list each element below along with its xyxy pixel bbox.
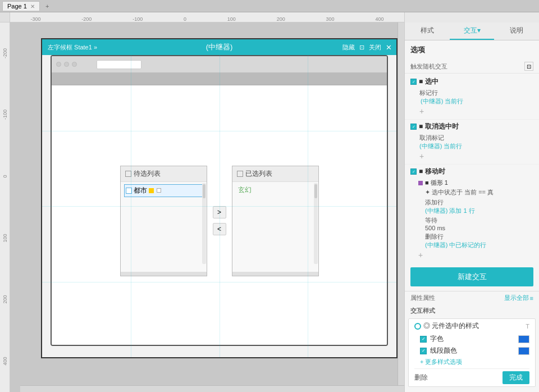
source-hscroll[interactable] [121,272,207,276]
browser-chrome [52,56,387,73]
line-color-label: 线段颜色 [430,346,515,355]
close-icon[interactable]: ✕ [386,43,392,52]
add-row-action: 添加行 (中继器) 添加 1 行 [418,198,533,215]
checkbox-deselect[interactable]: ✓ [410,124,417,130]
section-options: 选项 [405,40,539,61]
mark-row-indent: 标记行 (中继器) 当前行 [410,89,533,106]
transfer-right-btn[interactable]: > [213,206,226,218]
deselect-label-text: ■ 取消选中时 [419,122,459,131]
select-plus[interactable]: + [410,107,533,116]
move-label-text: ■ 移动时 [419,167,445,176]
attr-label: 属性属性 [410,294,435,302]
source-header-checkbox[interactable] [125,171,131,177]
complete-btn[interactable]: 完成 [503,371,529,384]
show-all-btn[interactable]: 显示全部 ≡ [504,294,533,302]
on-deselect-section: ✓ ■ 取消选中时 取消标记 (中继器) 当前行 + [405,119,539,164]
disabled-styles-section: ◎ 元件禁用的样式 [408,389,536,392]
source-item-handle[interactable] [157,188,161,193]
source-item-text: 都市 [134,186,147,195]
dest-hscroll[interactable] [232,272,318,276]
selected-styles-header: ◎ 元件选中的样式 T [414,321,529,331]
dest-item-1[interactable]: 玄幻 [236,184,315,196]
add-page-tab[interactable]: + [41,2,53,11]
source-item-badge [149,188,154,193]
page-tab[interactable]: Page 1 ✕ [2,1,40,11]
right-panel-content: 选项 触发随机交互 ⊡ ✓ ■ 选中 标记行 [405,40,539,392]
unmark-value: (中继器) 当前行 [419,142,533,151]
more-styles-link[interactable]: + 更多样式选项 [414,358,529,366]
condition-sub-row: ✦ 选中状态于 当前 == 真 [418,188,533,197]
browser-navbar [52,73,387,85]
delete-row-action: 删除行 (中继器) 中已标记的行 [418,233,533,249]
dest-panel-body: 玄幻 [232,182,318,272]
browser-dot-2 [64,62,69,67]
browser-addressbar [97,60,141,69]
tab-style[interactable]: 样式 [405,22,450,40]
line-color-row: ✓ 线段颜色 [414,346,529,355]
deselect-plus[interactable]: + [410,152,533,161]
canvas-hscroll[interactable] [20,385,404,392]
tab-notes[interactable]: 说明 [494,22,539,40]
line-color-swatch[interactable] [518,347,529,355]
dest-item-text: 玄幻 [238,186,252,194]
dest-header-checkbox[interactable] [237,171,243,177]
source-panel-title: 待选列表 [134,169,161,179]
page-tab-close[interactable]: ✕ [30,3,35,10]
ruler-horizontal: -300 -200 -100 0 100 200 300 400 [10,12,404,22]
source-panel: 待选列表 都市 [120,166,207,276]
ruler-corner [0,12,10,22]
trigger-row: 触发随机交互 ⊡ [405,61,539,74]
transfer-list: 待选列表 都市 [120,166,319,276]
trigger-icon-btn[interactable]: ⊡ [524,62,533,71]
add-row-label: 添加行 [425,198,533,207]
canvas-area: 左字候框 State1 » (中继器) 隐藏 ⊡ 关闭 ✕ [10,22,404,392]
close-button[interactable]: 关闭 [369,43,381,52]
ruler-vertical: -200 -100 0 100 200 400 [0,22,10,392]
font-color-swatch[interactable] [518,335,529,343]
trigger-label: 触发随机交互 [410,62,447,71]
checkbox-move[interactable]: ✓ [410,168,417,175]
move-plus[interactable]: + [410,250,533,259]
mark-row-label: 标记行 [419,89,533,97]
browser-content: 待选列表 都市 [52,85,387,345]
dest-scrollbar[interactable] [314,183,318,264]
browser-frame: 待选列表 都市 [51,55,388,346]
delete-row-value: (中继器) 中已标记的行 [425,241,533,249]
delete-complete-row: 删除 完成 [414,368,529,384]
new-interaction-btn[interactable]: 新建交互 [410,267,533,286]
source-item-selected[interactable]: 都市 [124,184,203,197]
source-panel-header: 待选列表 [121,166,207,182]
selected-styles-title: ◎ 元件选中的样式 [423,321,523,331]
font-color-row: ✓ 字色 [414,334,529,344]
attr-section: 属性属性 显示全部 ≡ [405,291,539,304]
condition-label: ■ 循形 1 [425,179,448,187]
wait-action: 等待 500 ms [418,216,533,231]
on-move-label: ✓ ■ 移动时 [410,167,533,176]
on-select-label: ✓ ■ 选中 [410,77,533,86]
delete-text[interactable]: 删除 [414,373,428,382]
add-row-value: (中继器) 添加 1 行 [425,207,533,215]
font-color-checkbox[interactable]: ✓ [420,336,427,343]
artboard-icon: ⊡ [359,44,364,51]
condition-row: ■ 循形 1 [418,179,533,187]
unmark-indent: 取消标记 (中继器) 当前行 [410,134,533,151]
source-item-checkbox[interactable] [126,188,132,194]
unmark-label: 取消标记 [419,134,533,142]
artboard: 左字候框 State1 » (中继器) 隐藏 ⊡ 关闭 ✕ [41,38,398,358]
line-color-checkbox[interactable]: ✓ [420,348,427,354]
t-btn[interactable]: T [526,323,529,330]
browser-dot-3 [72,62,77,67]
font-color-label: 字色 [430,334,515,344]
dest-panel: 已选列表 玄幻 [232,166,319,276]
transfer-left-btn[interactable]: < [213,223,226,235]
on-select-section: ✓ ■ 选中 标记行 (中继器) 当前行 + [405,74,539,119]
dest-panel-title: 已选列表 [245,169,272,179]
wait-value: 500 ms [425,225,533,231]
canvas-vscroll[interactable] [398,22,404,385]
circle-icon-selected [414,323,421,330]
hide-button[interactable]: 隐藏 [342,43,355,52]
artboard-controls: 隐藏 ⊡ 关闭 ✕ [342,43,392,52]
tab-interaction[interactable]: 交互▾ [450,22,495,40]
checkbox-select[interactable]: ✓ [410,79,417,85]
source-scrollbar[interactable] [202,183,206,264]
